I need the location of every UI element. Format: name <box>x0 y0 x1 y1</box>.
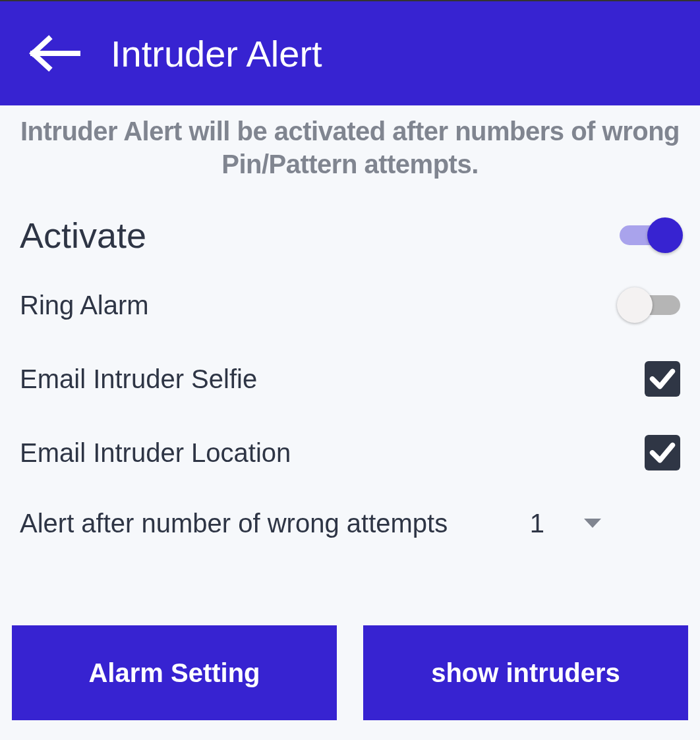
activate-row: Activate <box>20 199 680 271</box>
attempts-dropdown[interactable]: 1 <box>530 509 680 538</box>
app-bar: Intruder Alert <box>0 0 700 105</box>
check-icon <box>647 438 678 468</box>
bottom-button-row: Alarm Setting show intruders <box>0 625 700 740</box>
svg-marker-3 <box>584 519 601 528</box>
ring-alarm-toggle[interactable] <box>620 287 680 323</box>
email-selfie-checkbox[interactable] <box>645 361 680 397</box>
show-intruders-button[interactable]: show intruders <box>363 625 688 720</box>
email-selfie-label: Email Intruder Selfie <box>20 364 257 394</box>
intruder-alert-screen: Intruder Alert Intruder Alert will be ac… <box>0 0 700 740</box>
ring-alarm-row: Ring Alarm <box>20 271 680 339</box>
activate-toggle[interactable] <box>620 217 680 253</box>
arrow-left-icon <box>29 35 82 72</box>
settings-list: Activate Ring Alarm Email Intruder Selfi… <box>0 181 700 554</box>
chevron-down-icon <box>584 519 601 529</box>
switch-thumb <box>617 287 653 323</box>
email-location-checkbox[interactable] <box>645 435 680 470</box>
description-text: Intruder Alert will be activated after n… <box>0 105 700 181</box>
email-selfie-row: Email Intruder Selfie <box>20 339 680 413</box>
content-area: Intruder Alert will be activated after n… <box>0 105 700 740</box>
attempts-label: Alert after number of wrong attempts <box>20 509 448 538</box>
attempts-value: 1 <box>530 509 544 538</box>
email-location-row: Email Intruder Location <box>20 413 680 486</box>
page-title: Intruder Alert <box>111 32 322 75</box>
ring-alarm-label: Ring Alarm <box>20 291 149 320</box>
attempts-row: Alert after number of wrong attempts 1 <box>20 486 680 554</box>
check-icon <box>647 364 678 394</box>
switch-thumb <box>647 217 683 253</box>
alarm-setting-button[interactable]: Alarm Setting <box>12 625 337 720</box>
back-button[interactable] <box>26 24 84 82</box>
email-location-label: Email Intruder Location <box>20 438 291 468</box>
activate-label: Activate <box>20 215 146 256</box>
